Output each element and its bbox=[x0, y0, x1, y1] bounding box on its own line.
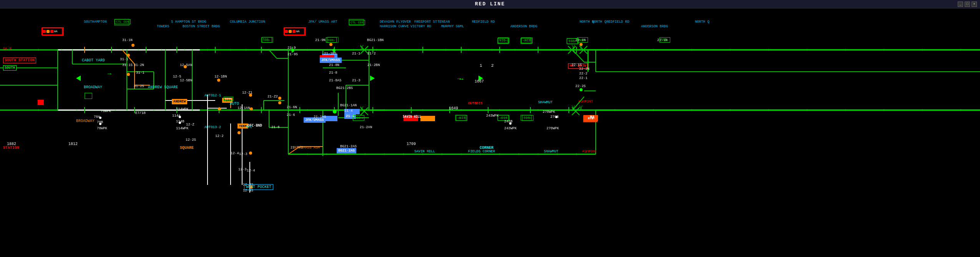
jfk-umass-lower: JFK/UMASS bbox=[304, 117, 326, 123]
x-switch-3: ╳ bbox=[572, 45, 575, 50]
ofc-dash-label: OFC·BND bbox=[247, 124, 262, 127]
dot-columbia bbox=[333, 110, 337, 114]
track-lines-svg bbox=[0, 8, 980, 257]
minimize-button[interactable]: _ bbox=[958, 2, 963, 7]
green-arrow-right: → bbox=[459, 75, 463, 83]
598-lower-1: ◁598 bbox=[498, 115, 509, 121]
dot-12-1bn bbox=[217, 79, 220, 82]
ext-label-3: NORTH Q bbox=[695, 20, 709, 24]
savin-box-2 bbox=[420, 116, 435, 121]
dot-21-9b bbox=[329, 43, 332, 46]
bg21-2as-box: BG21·2AS bbox=[337, 148, 356, 153]
svg-rect-197 bbox=[115, 19, 129, 25]
dot-31-1 bbox=[127, 54, 130, 57]
dot-114a bbox=[179, 116, 181, 118]
svg-line-93 bbox=[122, 50, 135, 64]
598-right-box: 598▷ bbox=[577, 37, 588, 43]
savin-text: SAVIN HILL bbox=[403, 115, 421, 119]
x-switch-5: ╳ bbox=[360, 45, 363, 50]
maximize-button[interactable]: □ bbox=[965, 2, 970, 7]
window-controls[interactable]: _ □ × bbox=[958, 2, 977, 7]
dot-12-4a bbox=[249, 152, 252, 155]
dot-21-9 bbox=[291, 49, 294, 52]
svg-line-23 bbox=[269, 50, 277, 58]
red-indicator-left bbox=[38, 100, 44, 105]
nib-upper-2: ◁NIB bbox=[521, 38, 533, 43]
far-right-area: NORTH Q bbox=[592, 20, 606, 24]
title-bar: RED LINE _ □ × bbox=[0, 0, 980, 8]
svg-marker-190 bbox=[76, 76, 81, 81]
dot-243b bbox=[509, 122, 512, 125]
svg-line-84 bbox=[573, 50, 584, 62]
x-switch-4: ╳ bbox=[580, 45, 582, 50]
term-box-2: TERM bbox=[238, 124, 248, 128]
term-box-1: TERM bbox=[222, 98, 233, 103]
dot-21-z2b bbox=[278, 101, 281, 104]
south-indicator: SOUTH bbox=[3, 65, 17, 71]
app-title: RED LINE bbox=[475, 1, 505, 7]
dot-114b bbox=[179, 122, 181, 124]
dot-270b bbox=[555, 116, 558, 118]
ext-label-1: REDFIELD RD bbox=[606, 20, 629, 24]
dot-31-1n bbox=[131, 44, 135, 47]
dot-main-1 bbox=[332, 49, 336, 52]
dot-31-2 bbox=[127, 73, 130, 76]
track-diagram: SOUTHAMPTON CTL CEN TOWERS S HAMPTON ST … bbox=[0, 8, 980, 257]
nib-upper-1: NIB◁ bbox=[498, 38, 509, 43]
svg-marker-188 bbox=[370, 76, 375, 81]
close-button[interactable]: × bbox=[972, 2, 977, 7]
nib-indicator-2: ◁NIB bbox=[456, 115, 467, 121]
ext-label-2: ANDERSON BRDG bbox=[641, 25, 668, 28]
598-lower-2: 598▷ bbox=[522, 115, 533, 121]
598-box-1: 598▷ bbox=[326, 37, 337, 43]
x-switch-2: ╳ bbox=[580, 105, 582, 111]
598-upper-1: 598▷ bbox=[261, 37, 272, 43]
598-far-right: 598▷ bbox=[659, 37, 670, 43]
dot-main-2 bbox=[218, 107, 221, 110]
dot-12-4s bbox=[250, 186, 253, 189]
ma-label: MA bbox=[590, 115, 595, 119]
andrew-station: ANDREW bbox=[172, 99, 187, 104]
dot-21-z2 bbox=[278, 97, 281, 100]
dot-12-z1 bbox=[249, 94, 252, 97]
svg-rect-198 bbox=[349, 19, 364, 25]
dot-22-2s bbox=[580, 88, 583, 91]
dot-70a bbox=[99, 117, 101, 119]
dot-12-5an bbox=[184, 65, 187, 68]
dot-main-3 bbox=[238, 131, 241, 134]
x-switch-1: ╳ bbox=[572, 105, 575, 111]
dot-12-1an bbox=[250, 107, 253, 110]
arrow-right-1: → bbox=[108, 71, 111, 77]
nib-indicator-1: NIB◁ bbox=[353, 115, 364, 121]
jfk-umass-station: JFK/UMASS bbox=[320, 58, 342, 63]
signal-block-1: WA bbox=[42, 28, 63, 35]
small-box-broadway bbox=[85, 93, 92, 99]
x-switch-6: ╳ bbox=[360, 106, 363, 112]
signal-block-2: WA bbox=[284, 28, 305, 35]
598-upper-right: 598▷ bbox=[567, 38, 578, 44]
svg-line-40 bbox=[288, 147, 300, 154]
dot-70b bbox=[99, 123, 101, 125]
svg-marker-189 bbox=[478, 76, 483, 81]
